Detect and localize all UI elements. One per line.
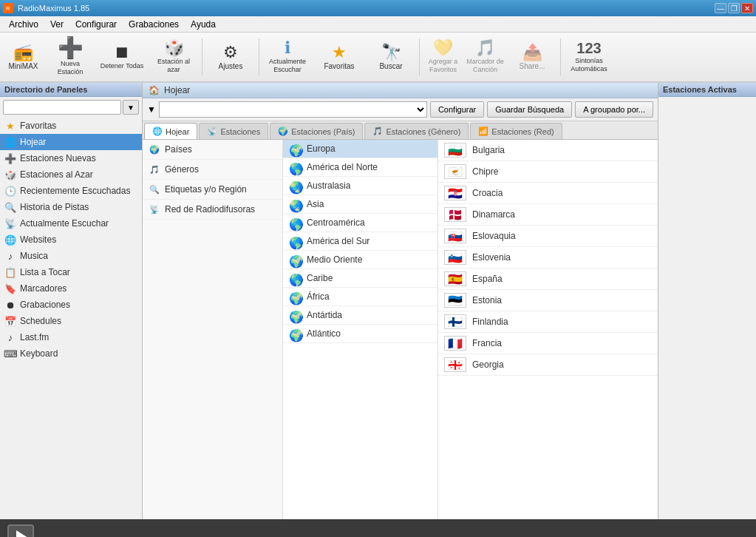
- menu-ayuda[interactable]: Ayuda: [185, 18, 222, 31]
- share-button[interactable]: 📤 Share...: [507, 35, 557, 79]
- minimize-button[interactable]: —: [715, 3, 726, 13]
- guardar-busqueda-button[interactable]: Guardar Búsqueda: [487, 101, 572, 118]
- country-eslovaquia[interactable]: 🇸🇰 Eslovaquia: [438, 226, 658, 247]
- buscar-label: Buscar: [379, 62, 402, 70]
- country-bulgaria[interactable]: 🇧🇬 Bulgaria: [438, 140, 658, 161]
- region-america-sur[interactable]: 🌎 América del Sur: [283, 232, 437, 251]
- sidebar-item-recientemente[interactable]: 🕒 Recientemente Escuchadas: [0, 183, 142, 199]
- country-chipre[interactable]: 🇨🇾 Chipre: [438, 161, 658, 183]
- menu-configurar[interactable]: Configurar: [69, 18, 123, 31]
- actualmente-button[interactable]: ℹ Actualmente Escuchar: [262, 35, 313, 79]
- sidebar-item-estaciones-nuevas[interactable]: ➕ Estaciones Nuevas: [0, 150, 142, 166]
- estonia-label: Estonia: [472, 295, 502, 305]
- minimax-label: MiniMAX: [8, 62, 38, 70]
- region-africa[interactable]: 🌍 África: [283, 288, 437, 306]
- nueva-estacion-button[interactable]: ➕ Nueva Estación: [45, 35, 95, 79]
- estacion-azar-button[interactable]: 🎲 Estación al azar: [149, 35, 199, 79]
- globe-icon-hojear: 🌐: [4, 136, 16, 148]
- sidebar-item-favoritas[interactable]: ★ Favoritas: [0, 118, 142, 134]
- tab-estaciones[interactable]: 📡 Estaciones: [199, 123, 268, 139]
- sidebar-item-websites[interactable]: 🌐 Websites: [0, 232, 142, 248]
- category-etiquetas[interactable]: 🔍 Etiquetas y/o Región: [143, 180, 282, 200]
- play-button[interactable]: [7, 524, 34, 537]
- detener-todas-button[interactable]: ⏹ Detener Todas: [97, 35, 147, 79]
- region-atlantico[interactable]: 🌍 Atlántico: [283, 325, 437, 343]
- sidebar-item-musica[interactable]: ♪ Musica: [0, 248, 142, 264]
- search-icon-sidebar: 🔍: [4, 201, 16, 213]
- sidebar-item-lista-tocar[interactable]: 📋 Lista a Tocar: [0, 264, 142, 280]
- tab-estaciones-genero[interactable]: 🎵 Estaciones (Género): [364, 123, 469, 139]
- flag-eslovaquia: 🇸🇰: [444, 229, 466, 243]
- ajustes-button[interactable]: ⚙ Ajustes: [205, 35, 256, 79]
- sidebar-search-button[interactable]: ▼: [123, 100, 139, 115]
- buscar-button[interactable]: 🔭 Buscar: [366, 35, 416, 79]
- tab-estaciones-pais[interactable]: 🌍 Estaciones (País): [270, 123, 363, 139]
- sidebar-item-lastfm[interactable]: ♪ Last.fm: [0, 329, 142, 345]
- close-button[interactable]: ✕: [741, 3, 753, 13]
- region-caribe[interactable]: 🌎 Caribe: [283, 269, 437, 288]
- maximize-button[interactable]: ❐: [728, 3, 740, 13]
- ajustes-icon: ⚙: [223, 44, 238, 61]
- finlandia-label: Finlandia: [472, 317, 508, 327]
- europa-globe-icon: 🌍: [289, 143, 302, 154]
- region-australasia[interactable]: 🌏 Australasia: [283, 177, 437, 195]
- azar-label: Estación al azar: [151, 58, 196, 74]
- search-select[interactable]: [159, 101, 427, 118]
- country-georgia[interactable]: 🇬🇪 Georgia: [438, 354, 658, 376]
- home-icon: 🏠: [149, 85, 160, 95]
- region-asia[interactable]: 🌏 Asia: [283, 195, 437, 214]
- sidebar-item-estaciones-azar[interactable]: 🎲 Estaciones al Azar: [0, 166, 142, 183]
- region-centroamerica[interactable]: 🌎 Centroamérica: [283, 214, 437, 232]
- region-antartida[interactable]: 🌍 Antártida: [283, 306, 437, 325]
- country-estonia[interactable]: 🇪🇪 Estonia: [438, 290, 658, 311]
- groupado-button[interactable]: A groupado por...: [575, 101, 653, 118]
- menu-archivo[interactable]: Archivo: [3, 18, 44, 31]
- nueva-estacion-label: Nueva Estación: [48, 60, 92, 76]
- sidebar-item-schedules[interactable]: 📅 Schedules: [0, 313, 142, 329]
- country-espana[interactable]: 🇪🇸 España: [438, 268, 658, 290]
- configurar-button[interactable]: Configurar: [430, 101, 484, 118]
- minimax-button[interactable]: 📻 MiniMAX: [3, 35, 44, 79]
- share-label: Share...: [519, 62, 545, 70]
- tab-estaciones-red[interactable]: 📶 Estaciones (Red): [470, 123, 562, 139]
- sidebar-item-grabaciones[interactable]: ⏺ Grabaciones: [0, 297, 142, 313]
- eslovenia-label: Eslovenia: [472, 252, 511, 263]
- sidebar-item-hojear[interactable]: 🌐 Hojear: [0, 134, 142, 150]
- sidebar-label-lista: Lista a Tocar: [20, 267, 70, 277]
- category-paises[interactable]: 🌍 Países: [143, 140, 282, 160]
- app-icon: R: [3, 3, 13, 13]
- agregar-favoritos-button[interactable]: 💛 Agregar a Favoritos: [423, 35, 463, 79]
- sidebar-item-marcadores[interactable]: 🔖 Marcadores: [0, 280, 142, 297]
- category-generos[interactable]: 🎵 Géneros: [143, 160, 282, 180]
- country-dinamarca[interactable]: 🇩🇰 Dinamarca: [438, 204, 658, 226]
- america-sur-label: América del Sur: [307, 236, 370, 246]
- country-croacia[interactable]: 🇭🇷 Croacia: [438, 183, 658, 204]
- sintonias-label: Sintonías Automáticas: [565, 57, 613, 73]
- sidebar-item-historia[interactable]: 🔍 Historia de Pistas: [0, 199, 142, 215]
- sidebar-search-input[interactable]: [3, 100, 121, 115]
- sidebar-label-websites: Websites: [20, 234, 56, 245]
- favoritas-button[interactable]: ★ Favoritas: [314, 35, 364, 79]
- agregar-label: Agregar a Favoritos: [420, 58, 466, 74]
- region-europa[interactable]: 🌍 Europa: [283, 140, 437, 158]
- flag-eslovenia: 🇸🇮: [444, 250, 466, 265]
- region-medio-oriente[interactable]: 🌍 Medio Oriente: [283, 251, 437, 269]
- eslovaquia-label: Eslovaquia: [472, 231, 516, 241]
- category-red[interactable]: 📡 Red de Radiodifusoras: [143, 200, 282, 220]
- country-eslovenia[interactable]: 🇸🇮 Eslovenia: [438, 247, 658, 268]
- menu-ver[interactable]: Ver: [44, 18, 69, 31]
- menu-grabaciones[interactable]: Grabaciones: [123, 18, 185, 31]
- region-america-norte[interactable]: 🌎 América del Norte: [283, 158, 437, 177]
- country-francia[interactable]: 🇫🇷 Francia: [438, 333, 658, 354]
- tab-hojear[interactable]: 🌐 Hojear: [144, 123, 197, 139]
- sidebar-item-actualmente[interactable]: 📡 Actualmente Escuchar: [0, 215, 142, 232]
- marcador-button[interactable]: 🎵 Marcador de Canción: [465, 35, 505, 79]
- record-icon: ⏺: [4, 299, 16, 311]
- sidebar-item-keyboard[interactable]: ⌨ Keyboard: [0, 345, 142, 362]
- toolbar-sep-4: [560, 38, 561, 75]
- share-icon: 📤: [522, 44, 542, 61]
- georgia-label: Georgia: [472, 359, 504, 370]
- country-finlandia[interactable]: 🇫🇮 Finlandia: [438, 311, 658, 333]
- regions-panel: 🌍 Europa 🌎 América del Norte 🌏 Australas…: [283, 140, 438, 519]
- sintonias-button[interactable]: 123 Sintonías Automáticas: [564, 35, 614, 79]
